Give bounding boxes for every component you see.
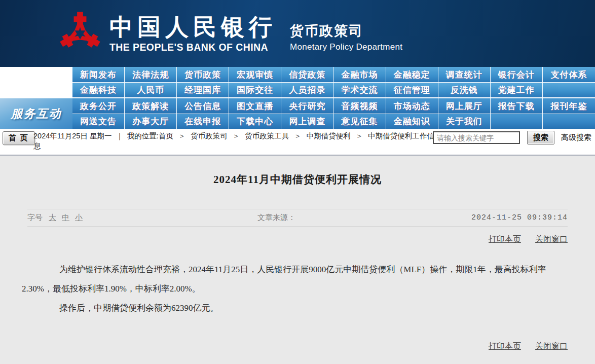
pboc-logo-icon bbox=[57, 8, 103, 59]
current-date: 2024年11月25日 星期一 bbox=[33, 132, 111, 140]
nav-item[interactable]: 人员招录 bbox=[281, 83, 333, 97]
nav-item[interactable]: 公告信息 bbox=[177, 98, 229, 114]
breadcrumb-divider: ｜ bbox=[116, 132, 123, 140]
department-title-block: 货币政策司 Monetary Policy Department bbox=[290, 15, 402, 52]
main-nav-upper: 新闻发布法律法规货币政策宏观审慎信贷政策金融市场金融稳定调查统计银行会计支付体系… bbox=[0, 67, 595, 98]
breadcrumb: 2024年11月25日 星期一｜我的位置:首页＞货币政策司＞货币政策工具＞中期借… bbox=[33, 131, 439, 151]
article-paragraph: 为维护银行体系流动性合理充裕，2024年11月25日，人民银行开展9000亿元中… bbox=[22, 260, 560, 299]
nav-item[interactable]: 宏观审慎 bbox=[229, 67, 281, 82]
home-button[interactable]: 首 页 bbox=[3, 131, 35, 145]
nav-item[interactable]: 征信管理 bbox=[386, 83, 438, 97]
article-panel: 2024年11月中期借贷便利开展情况 字号 大中小 文章来源： 2024-11-… bbox=[0, 156, 595, 364]
nav-item[interactable]: 信贷政策 bbox=[281, 67, 333, 82]
advanced-search-link[interactable]: 高级搜索 bbox=[561, 133, 591, 142]
publish-datetime: 2024-11-25 09:39:14 bbox=[471, 213, 568, 222]
nav-item[interactable]: 反洗钱 bbox=[438, 83, 491, 97]
bank-title-block: 中国人民银行 THE PEOPLE'S BANK OF CHINA bbox=[109, 14, 277, 53]
department-name-en: Monetary Policy Department bbox=[290, 42, 402, 52]
nav-item[interactable]: 办事大厅 bbox=[125, 114, 177, 129]
nav-item[interactable]: 货币政策 bbox=[177, 67, 229, 82]
breadcrumb-arrow: ＞ bbox=[294, 132, 302, 140]
page-title: 2024年11月中期借贷便利开展情况 bbox=[0, 172, 595, 187]
nav-row-3: 政务公开政策解读公告信息图文直播央行研究音频视频市场动态网上展厅报告下载报刊年鉴 bbox=[72, 98, 595, 114]
nav-item[interactable]: 意见征集 bbox=[333, 114, 386, 129]
breadcrumb-arrow: ＞ bbox=[356, 132, 363, 140]
nav-item[interactable]: 人民币 bbox=[125, 83, 177, 97]
nav-item[interactable]: 银行会计 bbox=[491, 67, 543, 82]
article-paragraph: 操作后，中期借贷便利余额为62390亿元。 bbox=[22, 299, 560, 318]
department-name-cn: 货币政策司 bbox=[290, 22, 402, 40]
location-label: 我的位置: bbox=[127, 132, 159, 140]
nav-item[interactable]: 金融市场 bbox=[333, 67, 386, 82]
nav-item[interactable]: 金融科技 bbox=[72, 83, 125, 97]
nav-item[interactable]: 新闻发布 bbox=[72, 67, 125, 82]
nav-left-spacer bbox=[0, 67, 72, 97]
breadcrumb-link[interactable]: 货币政策工具 bbox=[245, 132, 289, 140]
nav-item[interactable]: 市场动态 bbox=[386, 98, 438, 114]
nav-item[interactable]: 网送文告 bbox=[72, 114, 125, 129]
nav-item[interactable]: 金融稳定 bbox=[386, 67, 438, 82]
font-size-option[interactable]: 大 bbox=[49, 213, 56, 223]
breadcrumb-link[interactable]: 货币政策司 bbox=[191, 132, 228, 140]
nav-item[interactable]: 支付体系 bbox=[543, 67, 595, 82]
nav-row-4: 网送文告办事大厅在线申报下载中心网上调查意见征集金融知识关于我们 bbox=[72, 114, 595, 129]
font-size-option[interactable]: 中 bbox=[62, 213, 69, 223]
article-meta-row: 字号 大中小 文章来源： 2024-11-25 09:39:14 bbox=[27, 209, 568, 227]
breadcrumb-arrow: ＞ bbox=[233, 132, 240, 140]
nav-item[interactable]: 国际交往 bbox=[229, 83, 281, 97]
nav-item[interactable]: 经理国库 bbox=[177, 83, 229, 97]
nav-item[interactable] bbox=[491, 114, 543, 129]
bank-name-cn: 中国人民银行 bbox=[109, 14, 277, 41]
breadcrumb-link[interactable]: 中期借贷便利 bbox=[307, 132, 351, 140]
search-button[interactable]: 搜索 bbox=[527, 131, 554, 144]
breadcrumb-arrow: ＞ bbox=[178, 132, 186, 140]
bank-name-en: THE PEOPLE'S BANK OF CHINA bbox=[109, 42, 277, 53]
source-label: 文章来源： bbox=[257, 213, 295, 223]
nav-item[interactable]: 政务公开 bbox=[72, 98, 125, 114]
close-window-link[interactable]: 关闭窗口 bbox=[535, 342, 568, 350]
main-nav-lower: 服务互动 政务公开政策解读公告信息图文直播央行研究音频视频市场动态网上展厅报告下… bbox=[0, 98, 595, 129]
nav-item[interactable] bbox=[543, 114, 595, 129]
nav-item[interactable]: 报刊年鉴 bbox=[543, 98, 595, 114]
article-body: 为维护银行体系流动性合理充裕，2024年11月25日，人民银行开展9000亿元中… bbox=[22, 260, 560, 318]
nav-row-2: 金融科技人民币经理国库国际交往人员招录学术交流征信管理反洗钱党建工作 bbox=[72, 82, 595, 97]
search-input[interactable] bbox=[433, 131, 520, 144]
search-area: 搜索 高级搜索 bbox=[433, 131, 591, 144]
breadcrumb-link[interactable]: 首页 bbox=[159, 132, 173, 140]
breadcrumb-bar: 首 页 2024年11月25日 星期一｜我的位置:首页＞货币政策司＞货币政策工具… bbox=[0, 129, 595, 156]
article-actions-top: 打印本页 关闭窗口 bbox=[0, 234, 568, 245]
nav-item[interactable]: 报告下载 bbox=[491, 98, 543, 114]
nav-item[interactable]: 音频视频 bbox=[333, 98, 386, 114]
nav-item[interactable]: 关于我们 bbox=[438, 114, 491, 129]
article-actions-bottom: 打印本页 关闭窗口 bbox=[0, 341, 568, 352]
nav-item[interactable]: 学术交流 bbox=[333, 83, 386, 97]
nav-item[interactable]: 调查统计 bbox=[438, 67, 491, 82]
font-size-label: 字号 bbox=[27, 213, 43, 223]
font-size-option[interactable]: 小 bbox=[75, 213, 83, 223]
service-interaction-label[interactable]: 服务互动 bbox=[0, 98, 72, 129]
nav-item[interactable]: 下载中心 bbox=[229, 114, 281, 129]
nav-item[interactable]: 网上调查 bbox=[281, 114, 333, 129]
nav-row-1: 新闻发布法律法规货币政策宏观审慎信贷政策金融市场金融稳定调查统计银行会计支付体系 bbox=[72, 67, 595, 82]
nav-item[interactable]: 央行研究 bbox=[281, 98, 333, 114]
nav-item[interactable]: 金融知识 bbox=[386, 114, 438, 129]
close-window-link[interactable]: 关闭窗口 bbox=[535, 235, 568, 243]
nav-item[interactable]: 党建工作 bbox=[491, 83, 543, 97]
nav-item[interactable] bbox=[543, 83, 595, 97]
nav-item[interactable]: 在线申报 bbox=[177, 114, 229, 129]
nav-item[interactable]: 政策解读 bbox=[125, 98, 177, 114]
nav-item[interactable]: 网上展厅 bbox=[438, 98, 491, 114]
site-header: 中国人民银行 THE PEOPLE'S BANK OF CHINA 货币政策司 … bbox=[0, 0, 595, 67]
nav-item[interactable]: 图文直播 bbox=[229, 98, 281, 114]
print-page-link[interactable]: 打印本页 bbox=[489, 235, 521, 243]
print-page-link[interactable]: 打印本页 bbox=[489, 342, 521, 350]
nav-item[interactable]: 法律法规 bbox=[125, 67, 177, 82]
